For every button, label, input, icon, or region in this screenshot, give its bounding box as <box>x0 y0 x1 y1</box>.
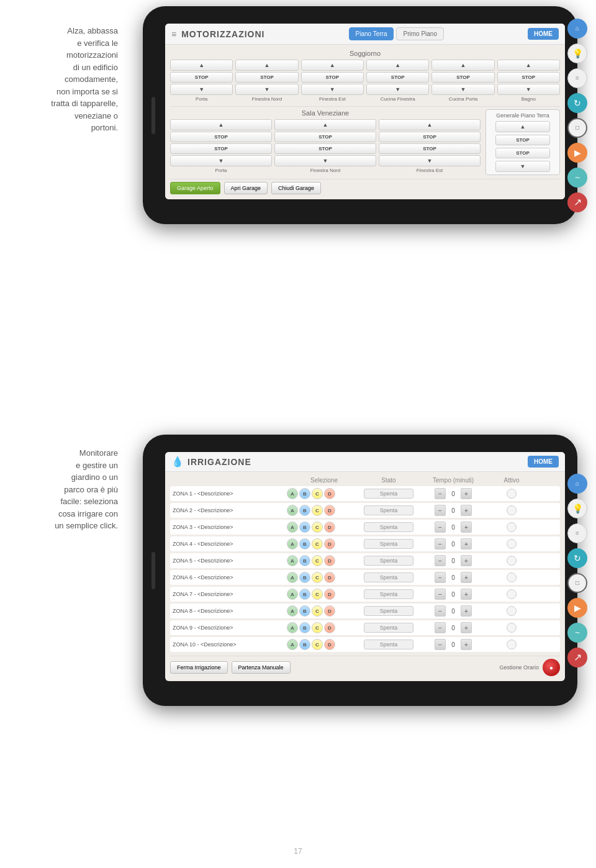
zone-btn-c-6[interactable]: C <box>312 572 323 583</box>
down-btn-cfin[interactable]: ▼ <box>366 84 429 95</box>
zone-btn-a-3[interactable]: A <box>287 522 298 533</box>
home-icon-2[interactable]: ⌂ <box>567 474 587 494</box>
sala-stop2-fest[interactable]: STOP <box>379 143 481 154</box>
zone-btn-d-6[interactable]: D <box>324 572 335 583</box>
zone-btn-c-3[interactable]: C <box>312 522 323 533</box>
gen-down[interactable]: ▼ <box>495 161 550 172</box>
zone-btn-c-2[interactable]: C <box>312 505 323 516</box>
up-btn-fnord[interactable]: ▲ <box>235 60 298 71</box>
gen-stop1[interactable]: STOP <box>495 135 550 145</box>
timer-minus-7[interactable]: − <box>435 589 446 600</box>
gen-stop2[interactable]: STOP <box>495 148 550 158</box>
zone-btn-a-10[interactable]: A <box>287 639 298 650</box>
floor-tab-primo[interactable]: Primo Piano <box>396 27 443 40</box>
stop-btn-cfin[interactable]: STOP <box>366 72 429 83</box>
sala-down-porta[interactable]: ▼ <box>170 155 272 166</box>
zone-btn-a-5[interactable]: A <box>287 555 298 566</box>
square-icon-1[interactable]: □ <box>567 118 587 138</box>
timer-minus-1[interactable]: − <box>435 488 446 499</box>
timer-minus-5[interactable]: − <box>435 555 446 566</box>
up-btn-cfin[interactable]: ▲ <box>366 60 429 71</box>
zone-btn-b-10[interactable]: B <box>299 639 310 650</box>
zone-btn-d-1[interactable]: D <box>324 488 335 499</box>
zone-btn-b-2[interactable]: B <box>299 505 310 516</box>
home-button-2[interactable]: HOME <box>528 456 559 468</box>
lines-icon-1[interactable]: ≡ <box>567 68 587 88</box>
down-btn-cporta[interactable]: ▼ <box>431 84 494 95</box>
play-icon-1[interactable]: ▶ <box>567 143 587 163</box>
stop-btn-fnord[interactable]: STOP <box>235 72 298 83</box>
timer-plus-8[interactable]: + <box>461 605 472 617</box>
stop-btn-bagno[interactable]: STOP <box>497 72 560 83</box>
sala-down-fnord[interactable]: ▼ <box>274 155 376 166</box>
timer-plus-9[interactable]: + <box>461 622 472 633</box>
arrow-icon-1[interactable]: ↗ <box>567 192 587 212</box>
sala-stop1-porta[interactable]: STOP <box>170 132 272 142</box>
timer-plus-1[interactable]: + <box>461 488 472 499</box>
zone-btn-d-7[interactable]: D <box>324 589 335 600</box>
zone-btn-b-9[interactable]: B <box>299 622 310 633</box>
sala-down-fest[interactable]: ▼ <box>379 155 481 166</box>
down-btn-porta[interactable]: ▼ <box>170 84 233 95</box>
zone-btn-c-9[interactable]: C <box>312 622 323 633</box>
home-icon-1[interactable]: ⌂ <box>567 19 587 38</box>
floor-tab-terra[interactable]: Piano Terra <box>349 27 394 40</box>
zone-btn-a-8[interactable]: A <box>287 605 298 617</box>
sala-stop1-fest[interactable]: STOP <box>379 132 481 142</box>
zone-btn-b-7[interactable]: B <box>299 589 310 600</box>
chiudi-garage-btn[interactable]: Chiudi Garage <box>271 182 321 194</box>
sala-stop1-fnord[interactable]: STOP <box>274 132 376 142</box>
zone-btn-c-10[interactable]: C <box>312 639 323 650</box>
timer-minus-4[interactable]: − <box>435 538 446 549</box>
arrow-icon-2[interactable]: ↗ <box>567 648 587 667</box>
partenza-btn[interactable]: Partenza Manuale <box>232 661 291 674</box>
apri-garage-btn[interactable]: Apri Garage <box>224 182 268 194</box>
down-btn-bagno[interactable]: ▼ <box>497 84 560 95</box>
bulb-icon-2[interactable]: 💡 <box>567 499 587 518</box>
timer-plus-6[interactable]: + <box>461 572 472 583</box>
zone-btn-b-1[interactable]: B <box>299 488 310 499</box>
zone-btn-b-8[interactable]: B <box>299 605 310 617</box>
timer-minus-9[interactable]: − <box>435 622 446 633</box>
timer-plus-3[interactable]: + <box>461 522 472 533</box>
zone-btn-b-4[interactable]: B <box>299 538 310 549</box>
timer-minus-6[interactable]: − <box>435 572 446 583</box>
timer-plus-5[interactable]: + <box>461 555 472 566</box>
home-button-1[interactable]: HOME <box>528 28 559 40</box>
zone-btn-c-4[interactable]: C <box>312 538 323 549</box>
sala-up-fnord[interactable]: ▲ <box>274 119 376 130</box>
down-btn-fnord[interactable]: ▼ <box>235 84 298 95</box>
stop-btn-fest[interactable]: STOP <box>301 72 364 83</box>
zone-btn-b-6[interactable]: B <box>299 572 310 583</box>
gestione-btn[interactable]: ● <box>543 659 560 676</box>
zone-btn-a-9[interactable]: A <box>287 622 298 633</box>
zone-btn-d-5[interactable]: D <box>324 555 335 566</box>
wave-icon-1[interactable]: ~ <box>567 168 587 188</box>
timer-minus-8[interactable]: − <box>435 605 446 617</box>
timer-minus-3[interactable]: − <box>435 522 446 533</box>
timer-plus-7[interactable]: + <box>461 589 472 600</box>
zone-btn-d-4[interactable]: D <box>324 538 335 549</box>
wave-icon-2[interactable]: ~ <box>567 623 587 643</box>
play-icon-2[interactable]: ▶ <box>567 598 587 618</box>
sala-stop2-fnord[interactable]: STOP <box>274 143 376 154</box>
up-btn-fest[interactable]: ▲ <box>301 60 364 71</box>
zone-btn-c-8[interactable]: C <box>312 605 323 617</box>
garage-aperto-btn[interactable]: Garage Aperto <box>170 182 220 194</box>
zone-btn-a-4[interactable]: A <box>287 538 298 549</box>
up-btn-bagno[interactable]: ▲ <box>497 60 560 71</box>
ferma-btn[interactable]: Ferma Irrigazione <box>170 661 228 674</box>
timer-minus-2[interactable]: − <box>435 505 446 516</box>
zone-btn-a-2[interactable]: A <box>287 505 298 516</box>
zone-btn-b-3[interactable]: B <box>299 522 310 533</box>
zone-btn-d-10[interactable]: D <box>324 639 335 650</box>
zone-btn-c-7[interactable]: C <box>312 589 323 600</box>
zone-btn-a-1[interactable]: A <box>287 488 298 499</box>
timer-plus-2[interactable]: + <box>461 505 472 516</box>
zone-btn-d-2[interactable]: D <box>324 505 335 516</box>
square-icon-2[interactable]: □ <box>567 573 587 593</box>
timer-plus-10[interactable]: + <box>461 639 472 650</box>
zone-btn-a-7[interactable]: A <box>287 589 298 600</box>
zone-btn-d-9[interactable]: D <box>324 622 335 633</box>
timer-plus-4[interactable]: + <box>461 538 472 549</box>
